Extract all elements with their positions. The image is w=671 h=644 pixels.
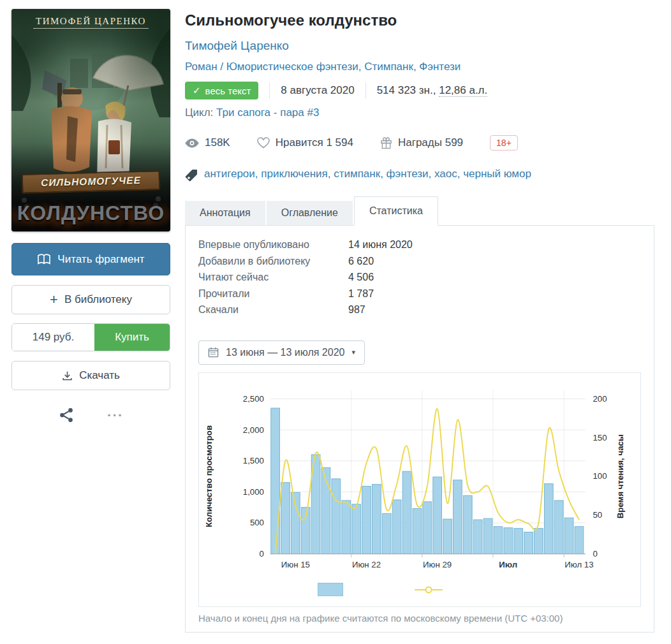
- read-fragment-button[interactable]: Читать фрагмент: [11, 243, 170, 275]
- cover-title-text: КОЛДУНСТВО: [11, 201, 170, 225]
- more-options-button[interactable]: •••: [108, 411, 124, 420]
- stats-table: Впервые опубликовано 14 июня 2020 Добави…: [198, 237, 641, 318]
- stats-row-library: Добавили в библиотеку 6 620: [198, 253, 641, 270]
- svg-text:0: 0: [593, 548, 598, 558]
- cycle-link[interactable]: Три сапога - пара #3: [216, 106, 319, 119]
- tabs-bar: Аннотация Оглавление Статистика: [185, 196, 654, 225]
- stats-value: 1 787: [348, 286, 374, 302]
- cover-vignette: [11, 9, 170, 231]
- awards-counter[interactable]: Награды 599: [380, 136, 463, 149]
- tab-statistics[interactable]: Статистика: [354, 196, 438, 226]
- read-fragment-label: Читать фрагмент: [57, 253, 144, 266]
- divider: [365, 82, 366, 99]
- heart-icon: [257, 137, 270, 149]
- download-icon: [62, 370, 73, 381]
- svg-text:50: 50: [593, 510, 603, 520]
- chart-legend: [159, 577, 601, 603]
- svg-text:Количество просмотров: Количество просмотров: [204, 425, 214, 527]
- genres-line: Роман / Юмористическое фэнтези, Стимпанк…: [185, 61, 654, 73]
- age-rating-badge: 18+: [490, 135, 518, 150]
- download-button[interactable]: Скачать: [11, 361, 170, 390]
- stats-label: Добавили в библиотеку: [198, 253, 348, 270]
- stats-value: 4 506: [348, 269, 374, 286]
- eye-icon: [185, 138, 199, 148]
- likes-counter[interactable]: Нравится 1 594: [257, 136, 353, 149]
- buy-button[interactable]: Купить: [94, 324, 170, 351]
- size-chars: 514 323 зн.,: [377, 84, 436, 96]
- stats-label: Читают сейчас: [198, 269, 348, 286]
- svg-text:Июл 13: Июл 13: [564, 560, 593, 569]
- divider: [269, 82, 270, 99]
- full-text-label: весь текст: [205, 85, 251, 96]
- size-alh[interactable]: 12,86 а.л.: [439, 84, 487, 97]
- svg-text:Время чтения, часы: Время чтения, часы: [616, 434, 625, 518]
- chart-container: 05001,0001,5002,0002,500050100150200Июн …: [198, 372, 641, 607]
- left-sidebar: ТИМОФЕЙ ЦАРЕНКО СИЛЬНОМОГУЧЕЕ КОЛДУНСТВО…: [11, 9, 170, 633]
- stats-value: 6 620: [348, 253, 374, 270]
- svg-text:500: 500: [250, 518, 264, 527]
- stats-value: 14 июня 2020: [348, 237, 413, 253]
- awards-label: Награды 599: [398, 136, 463, 149]
- legend-reading-time-marker[interactable]: [415, 589, 443, 590]
- stats-row-finished: Прочитали 1 787: [198, 286, 641, 302]
- svg-text:Июл: Июл: [499, 560, 517, 569]
- svg-text:Июн 15: Июн 15: [281, 560, 310, 569]
- timezone-note: Начало и конец дня на графике считаются …: [198, 613, 641, 624]
- genre-separator: /: [218, 61, 226, 73]
- stats-row-downloaded: Скачали 987: [198, 302, 641, 318]
- full-text-badge: ✓ весь текст: [185, 82, 258, 99]
- svg-text:200: 200: [593, 393, 607, 403]
- tags-row: антигерои, приключения, стимпанк, фэнтез…: [185, 168, 654, 182]
- open-book-icon: [37, 254, 51, 265]
- svg-text:1,500: 1,500: [243, 456, 264, 465]
- date-range-label: 13 июня — 13 июля 2020: [226, 347, 344, 358]
- views-reading-chart: 05001,0001,5002,0002,500050100150200Июн …: [199, 379, 640, 574]
- tab-annotation[interactable]: Аннотация: [185, 201, 265, 225]
- legend-line-dot: [425, 586, 432, 593]
- stats-label: Прочитали: [198, 286, 348, 302]
- statistics-panel: Впервые опубликовано 14 июня 2020 Добави…: [185, 225, 654, 633]
- date-range-selector[interactable]: 13 июня — 13 июля 2020 ▾: [198, 340, 365, 365]
- download-label: Скачать: [79, 369, 120, 382]
- legend-views-swatch[interactable]: [318, 583, 343, 596]
- plus-icon: +: [50, 293, 58, 307]
- book-details: Сильномогучее колдунство Тимофей Царенко…: [185, 9, 654, 633]
- add-to-library-button[interactable]: + В библиотеку: [11, 285, 170, 314]
- stats-value: 987: [348, 302, 365, 318]
- genre-links[interactable]: Юмористическое фэнтези, Стимпанк, Фэнтез…: [226, 61, 461, 73]
- misc-actions-row: •••: [11, 407, 170, 423]
- tab-contents[interactable]: Оглавление: [267, 201, 353, 225]
- genre-main-link[interactable]: Роман: [185, 61, 218, 73]
- cycle-line: Цикл: Три сапога - пара #3: [185, 106, 654, 119]
- svg-text:Июн 29: Июн 29: [423, 560, 452, 569]
- stats-label: Впервые опубликовано: [198, 237, 348, 253]
- views-count: 158K: [205, 136, 230, 149]
- cover-sign-text: СИЛЬНОМОГУЧЕЕ: [22, 170, 161, 194]
- svg-text:Июн 22: Июн 22: [352, 560, 381, 569]
- tag-links[interactable]: антигерои, приключения, стимпанк, фэнтез…: [204, 168, 531, 180]
- price-label: 149 руб.: [12, 324, 94, 351]
- check-icon: ✓: [193, 85, 201, 96]
- meta-row: ✓ весь текст 8 августа 2020 514 323 зн.,…: [185, 82, 654, 99]
- size-info: 514 323 зн., 12,86 а.л.: [377, 84, 488, 97]
- stats-row-reading: Читают сейчас 4 506: [198, 269, 641, 286]
- publish-date: 8 августа 2020: [281, 84, 354, 97]
- gift-icon: [380, 137, 392, 149]
- share-icon[interactable]: [58, 407, 75, 423]
- tag-icon: [185, 169, 198, 182]
- purchase-split-button: 149 руб. Купить: [11, 323, 170, 351]
- cover-author-text: ТИМОФЕЙ ЦАРЕНКО: [11, 16, 170, 27]
- book-page: ТИМОФЕЙ ЦАРЕНКО СИЛЬНОМОГУЧЕЕ КОЛДУНСТВО…: [0, 0, 671, 644]
- caret-down-icon: ▾: [351, 348, 355, 356]
- svg-text:0: 0: [260, 548, 264, 558]
- cycle-label: Цикл:: [185, 106, 213, 119]
- svg-text:150: 150: [593, 432, 607, 442]
- book-cover[interactable]: ТИМОФЕЙ ЦАРЕНКО СИЛЬНОМОГУЧЕЕ КОЛДУНСТВО: [11, 9, 170, 231]
- add-to-library-label: В библиотеку: [64, 293, 132, 306]
- svg-text:2,000: 2,000: [243, 425, 264, 434]
- stats-label: Скачали: [198, 302, 348, 318]
- svg-text:2,500: 2,500: [243, 393, 264, 403]
- author-link[interactable]: Тимофей Царенко: [185, 39, 289, 52]
- svg-text:1,000: 1,000: [243, 487, 264, 496]
- svg-text:100: 100: [593, 471, 607, 481]
